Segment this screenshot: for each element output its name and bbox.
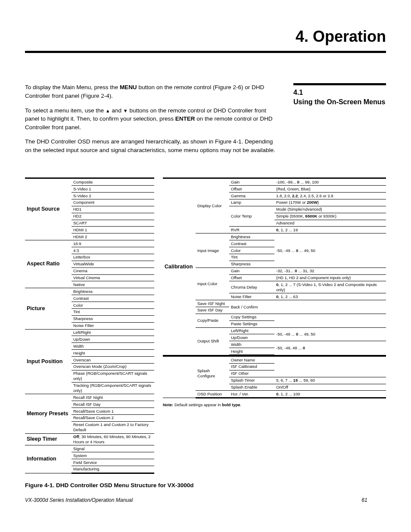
note: Note: Default settings appear in bold ty…: [163, 402, 386, 408]
item: Up/Down: [229, 334, 274, 341]
item: Gain: [229, 268, 274, 274]
item: Tint: [229, 254, 274, 261]
item: Offset: [229, 186, 274, 193]
note-period: .: [240, 402, 242, 407]
section-number: 4.1: [293, 88, 386, 97]
note-body: Default settings appear in: [173, 402, 222, 407]
sub-display-color: Display Color: [196, 178, 229, 233]
item: Recall/Save Custom 2: [72, 414, 154, 421]
cat-information: Information: [25, 445, 72, 473]
range: -100, -99... 0 ... 99, 100: [274, 178, 386, 186]
sub-input-color: Input Color: [196, 268, 229, 300]
figure-caption: Figure 4-1. DHD Controller OSD Menu Stru…: [25, 482, 386, 490]
item: Save ISF Day: [196, 307, 229, 314]
item: Back / Confirm: [229, 300, 274, 314]
range: 5, 6, 7 ... 15 ... 59, 60: [274, 377, 386, 384]
range: -50, -49 ... 0 ... 49, 50: [274, 233, 386, 268]
item: System: [72, 452, 154, 459]
item: Color: [72, 302, 154, 309]
range: -50, -49, 48 ... 0: [274, 341, 386, 355]
item: Noise Filter: [72, 322, 154, 329]
range: [274, 300, 386, 314]
item: Owner Name: [229, 356, 274, 364]
range: 0, 1, 2 ... 19: [274, 227, 386, 233]
item: Contrast: [229, 240, 274, 247]
item: Recall ISF Night: [72, 394, 154, 401]
item: S-Video 2: [72, 193, 154, 199]
item: Recall/Save Custom 1: [72, 408, 154, 415]
sub-input-image: Input Image: [196, 233, 229, 268]
range: (HD 1, HD 2 and Component inputs only): [274, 274, 386, 281]
item: HD1: [72, 206, 154, 213]
item: Composite: [72, 178, 154, 186]
range: 1.8, 2.0, 2.2, 2.4, 2.5, 2.6 or 2.8: [274, 193, 386, 199]
down-arrow-icon: ▼: [123, 108, 128, 115]
chapter-rule: [25, 51, 386, 53]
range: On/Off: [274, 384, 386, 391]
sub-osd: OSD Position: [196, 391, 229, 398]
p3: The DHD Controller OSD menus are arrange…: [25, 137, 278, 154]
item: Field Service: [72, 459, 154, 466]
menu-table-calibration-2: Splash Configure Owner Name ISF Calibrat…: [163, 355, 386, 398]
range: Power (170W or 200W): [274, 199, 386, 206]
range: -32, -31... 0 ... 31, 32: [274, 268, 386, 274]
sleep-off: Off: [73, 434, 79, 439]
item: SCART: [72, 220, 154, 227]
sub-copy-paste: Copy/Paste: [196, 314, 229, 327]
p1a: To display the Main Menu, press the: [25, 84, 120, 90]
item: Lamp: [229, 199, 274, 206]
item: RVR: [229, 227, 274, 233]
item: Width: [72, 343, 154, 350]
item: ISF Other: [229, 370, 274, 377]
note-bold: bold type: [222, 402, 240, 407]
p2-enter: ENTER: [175, 115, 195, 122]
range: 0, 1, 2 ... 100: [274, 391, 386, 398]
item: Noise Filter: [229, 293, 274, 300]
cat-input-source: Input Source: [25, 178, 72, 240]
item: Phase (RGB/Component/SCART signals only): [72, 370, 154, 382]
range: [274, 314, 386, 327]
item: HDMI 1: [72, 227, 154, 233]
item: Gamma: [229, 193, 274, 199]
note-prefix: Note:: [163, 402, 173, 407]
item: Native: [72, 281, 154, 288]
range: Simple (5500K, 6500K or 9300K): [274, 213, 386, 220]
item: Chroma Delay: [229, 281, 274, 293]
item: Sharpness: [229, 261, 274, 268]
intro-text: To display the Main Menu, press the MENU…: [25, 83, 278, 160]
item: Off, 30 Minutes, 60 Minutes, 90 Minutes,…: [72, 433, 154, 445]
range: 0, 1, 2 ... 63: [274, 293, 386, 300]
item: Virtual Cinema: [72, 274, 154, 281]
item: Brightness: [72, 288, 154, 295]
sub-output-shift: Output Shift: [196, 327, 229, 355]
range: (Red, Green, Blue): [274, 186, 386, 193]
cat-memory-presets: Memory Presets: [25, 394, 72, 433]
item: Splash Timer: [229, 377, 274, 384]
footer-title: VX-3000d Series Installation/Operation M…: [25, 497, 343, 504]
section-title: Using the On-Screen Menus: [293, 98, 386, 106]
item: Letterbox: [72, 254, 154, 261]
item: Reset Custom 1 and Custom 2 to Factory D…: [72, 421, 154, 433]
item: ISF Calibrated: [229, 363, 274, 370]
item: Component: [72, 199, 154, 206]
item: Copy Settings: [229, 314, 274, 320]
up-arrow-icon: ▲: [106, 108, 110, 115]
cat-calibration-cont: [163, 356, 196, 398]
item: Manufacturing: [72, 466, 154, 473]
range: Mode (Simple/Advanced): [274, 206, 386, 213]
cat-calibration: Calibration: [163, 178, 196, 355]
item: Offset: [229, 274, 274, 281]
p1-menu: MENU: [120, 84, 137, 90]
item: VirtualWide: [72, 261, 154, 268]
item: Up/Down: [72, 336, 154, 343]
item: Left/Right: [72, 329, 154, 336]
item: Color Temp: [229, 206, 274, 227]
item: Brightness: [229, 233, 274, 240]
item: HDMI 2: [72, 233, 154, 240]
menu-table-calibration: Calibration Display Color Gain -100, -99…: [163, 177, 386, 356]
item: Hor. / Ver.: [229, 391, 274, 398]
chapter-title: 4. Operation: [25, 26, 386, 47]
item: Cinema: [72, 268, 154, 274]
item: Gain: [229, 178, 274, 186]
item: Height: [72, 350, 154, 357]
